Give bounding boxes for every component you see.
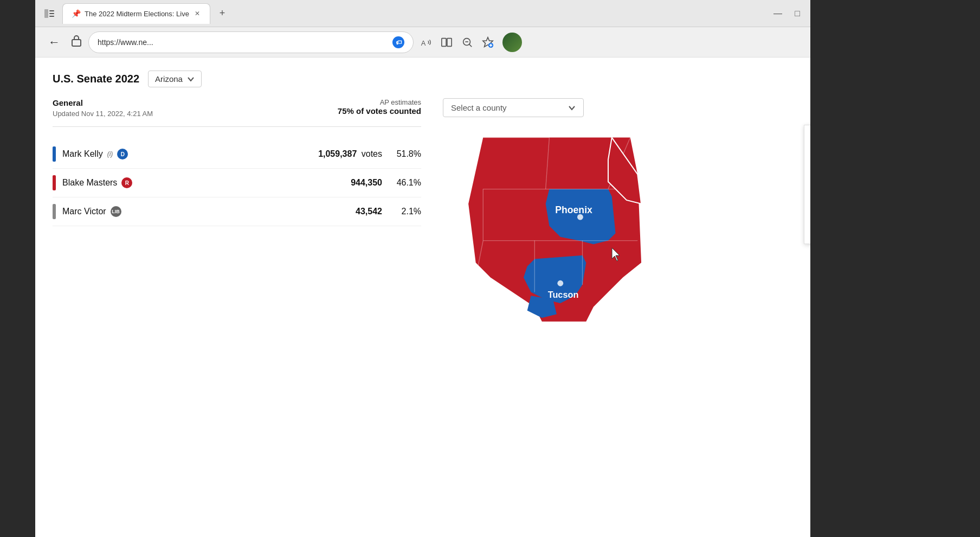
content-layout: General Updated Nov 11, 2022, 4:21 AM AP… xyxy=(53,98,793,338)
browser-titlebar: 📌 The 2022 Midterm Elections: Live ✕ + —… xyxy=(35,0,810,27)
candidate-name: Blake Masters xyxy=(62,178,117,188)
left-panel: General Updated Nov 11, 2022, 4:21 AM AP… xyxy=(53,98,421,338)
tab-bar: 📌 The 2022 Midterm Elections: Live ✕ + xyxy=(62,3,770,24)
candidate-row: Mark Kelly(i)D1,059,387 votes51.8% xyxy=(53,140,421,169)
chevron-down-icon xyxy=(187,75,195,83)
party-badge-lib: LIB xyxy=(111,206,121,217)
party-badge-d: D xyxy=(117,149,128,159)
favorites-icon[interactable] xyxy=(482,36,494,48)
minimize-button[interactable]: — xyxy=(770,6,785,21)
svg-rect-1 xyxy=(49,10,54,11)
address-text: https://www.ne... xyxy=(98,38,387,47)
votes-label: votes xyxy=(359,149,382,158)
candidate-pct: 51.8% xyxy=(389,149,421,159)
general-info: General Updated Nov 11, 2022, 4:21 AM AP… xyxy=(53,98,421,127)
user-avatar[interactable] xyxy=(502,33,522,52)
arizona-map[interactable]: Phoenix Tucson xyxy=(443,130,670,336)
svg-rect-2 xyxy=(49,13,54,14)
candidate-pct: 46.1% xyxy=(389,178,421,188)
race-header: U.S. Senate 2022 Arizona xyxy=(53,71,793,87)
candidate-votes: 944,350 xyxy=(317,178,382,188)
county-selector-placeholder: Select a county xyxy=(451,103,564,112)
general-label: General xyxy=(53,98,153,107)
svg-text:Tucson: Tucson xyxy=(548,290,579,299)
ap-estimates: AP estimates 75% of votes counted xyxy=(338,98,421,116)
candidate-row: Blake MastersR944,35046.1% xyxy=(53,169,421,197)
tab-close-button[interactable]: ✕ xyxy=(194,9,201,18)
ap-label: AP estimates xyxy=(338,98,421,106)
candidate-name-section: Mark Kelly(i)D xyxy=(62,149,311,159)
state-dropdown-label: Arizona xyxy=(155,74,183,84)
votes-counted-text: 75% of votes counted xyxy=(338,106,421,116)
county-selector[interactable]: Select a county xyxy=(443,98,584,117)
svg-text:Phoenix: Phoenix xyxy=(555,204,592,215)
tab-favicon-icon: 📌 xyxy=(72,9,80,18)
party-badge-r: R xyxy=(121,177,132,188)
sidebar-toggle[interactable] xyxy=(41,5,58,22)
page-content: U.S. Senate 2022 Arizona General Updated… xyxy=(35,57,810,537)
address-bar[interactable]: https://www.ne... 🏷 xyxy=(88,31,414,53)
candidate-name-section: Blake MastersR xyxy=(62,177,311,188)
candidate-name: Mark Kelly xyxy=(62,149,103,159)
race-title: U.S. Senate 2022 xyxy=(53,73,139,85)
window-controls: — □ xyxy=(770,6,805,21)
svg-rect-3 xyxy=(49,16,54,17)
svg-rect-4 xyxy=(72,40,81,46)
candidate-color-bar xyxy=(53,146,56,162)
nav-icons: A xyxy=(420,33,522,52)
tab-title: The 2022 Midterm Elections: Live xyxy=(85,10,189,18)
county-chevron-down-icon xyxy=(568,104,576,112)
candidates-table: Mark Kelly(i)D1,059,387 votes51.8%Blake … xyxy=(53,140,421,226)
browser-navbar: ← https://www.ne... 🏷 A xyxy=(35,27,810,57)
active-tab[interactable]: 📌 The 2022 Midterm Elections: Live ✕ xyxy=(62,3,210,24)
candidate-row: Marc VictorLIB43,5422.1% xyxy=(53,197,421,226)
candidate-incumbent: (i) xyxy=(107,150,113,158)
candidate-name-section: Marc VictorLIB xyxy=(62,206,311,217)
svg-rect-7 xyxy=(447,38,452,46)
browser-tag-icon: 🏷 xyxy=(392,36,404,48)
svg-point-26 xyxy=(557,280,563,286)
candidate-color-bar xyxy=(53,175,56,190)
svg-text:A: A xyxy=(421,39,426,47)
immersive-reader-icon[interactable] xyxy=(441,36,453,48)
county-popup: Greenlee County 99% of votes counted Bla… xyxy=(804,125,810,244)
svg-rect-0 xyxy=(44,9,48,18)
candidate-votes: 43,542 xyxy=(317,207,382,216)
maximize-button[interactable]: □ xyxy=(790,6,805,21)
lock-icon xyxy=(71,35,82,49)
map-container: Phoenix Tucson Greenlee County 99% of vo… xyxy=(443,130,793,338)
read-aloud-icon[interactable]: A xyxy=(420,36,432,48)
right-panel: Select a county xyxy=(443,98,793,338)
candidate-name: Marc Victor xyxy=(62,207,106,216)
svg-line-10 xyxy=(469,44,472,47)
candidate-votes: 1,059,387 votes xyxy=(317,149,382,159)
state-dropdown[interactable]: Arizona xyxy=(148,71,202,87)
zoom-out-icon[interactable] xyxy=(461,36,473,48)
new-tab-button[interactable]: + xyxy=(215,6,230,21)
svg-rect-6 xyxy=(442,38,446,46)
updated-text: Updated Nov 11, 2022, 4:21 AM xyxy=(53,110,153,118)
back-button[interactable]: ← xyxy=(44,33,65,52)
candidate-pct: 2.1% xyxy=(389,207,421,216)
candidate-color-bar xyxy=(53,204,56,219)
